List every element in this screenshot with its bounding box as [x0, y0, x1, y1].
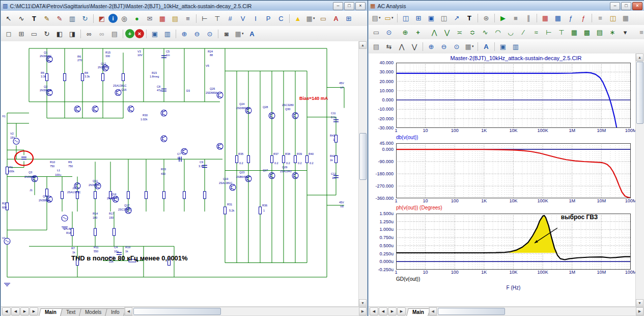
peak-icon[interactable]: ⋀ — [428, 26, 440, 38]
outline-icon[interactable]: ≡ — [182, 12, 194, 24]
tokens-icon[interactable]: ▩ — [581, 26, 593, 38]
global-low-icon[interactable]: ◡ — [505, 26, 517, 38]
zoom-out-plot-icon[interactable]: ⊖ — [438, 40, 450, 52]
zoom-out-icon[interactable]: ⊖ — [191, 28, 203, 40]
zoom-percent-icon[interactable]: ⊙ — [204, 28, 216, 40]
scroll-right-icon[interactable]: ▶ — [636, 307, 643, 315]
curve-label-gd[interactable]: GD(v(out)) — [396, 276, 420, 282]
zoom-in-icon[interactable]: ⊕ — [178, 28, 190, 40]
shapes-icon[interactable]: ▭ — [317, 12, 329, 24]
stepping-icon[interactable]: ƒ — [565, 12, 577, 24]
schematic-vscrollbar[interactable]: ▲ ▼ — [358, 41, 367, 307]
info-icon[interactable]: i — [108, 14, 118, 23]
windows-icon[interactable]: ◫ — [400, 12, 412, 24]
draw-pencil-icon[interactable]: ✎ — [41, 12, 53, 24]
ruler-icon[interactable]: ▤ — [594, 26, 606, 38]
add-part-icon[interactable]: + — [125, 29, 134, 38]
currents-icon[interactable]: I — [249, 12, 262, 24]
tab-main[interactable]: Main — [406, 308, 430, 316]
cursor-mode-icon[interactable]: + — [412, 26, 424, 38]
scope-probe-icon[interactable]: ◎ — [118, 12, 130, 24]
optimizer-icon[interactable]: ƒ — [577, 12, 590, 24]
curve-label-phase[interactable]: ph(v(out)) (Degrees) — [396, 205, 442, 210]
schematic-hscrollbar[interactable]: ◀ ▶ — [124, 307, 367, 316]
tab-text[interactable]: Text — [60, 308, 81, 316]
select-mode-icon[interactable]: ▭ — [370, 26, 382, 38]
hscroll-thumb[interactable] — [133, 308, 221, 315]
measure-horizontal-icon[interactable]: ⊢ — [199, 12, 211, 24]
last-page-icon[interactable]: ▶ — [30, 307, 38, 315]
pages-menu-icon[interactable]: ▾ — [619, 26, 631, 38]
scroll-left-icon[interactable]: ◀ — [125, 307, 132, 315]
paint-icon[interactable]: ◩ — [96, 12, 108, 24]
graph-select-icon[interactable]: ⊙ — [383, 26, 395, 38]
restore-button[interactable]: □ — [621, 2, 631, 10]
image-menu-icon[interactable]: ▦▾ — [233, 28, 245, 40]
first-page-icon[interactable]: ◀ — [370, 307, 378, 315]
repeat-icon[interactable]: ▤ — [108, 28, 121, 40]
vertical-tag-icon[interactable]: ⊤ — [555, 26, 568, 38]
clipboard-region-icon[interactable]: ◻ — [3, 28, 15, 40]
phase-plot[interactable] — [396, 143, 631, 198]
scroll-down-icon[interactable]: ▼ — [359, 299, 367, 307]
group-delay-plot[interactable]: выброс ГВЗ — [396, 214, 631, 270]
tangent-icon[interactable]: ≈ — [530, 26, 542, 38]
wire-mode-icon[interactable]: ∿ — [15, 12, 27, 24]
power-icon[interactable]: P — [262, 12, 274, 24]
last-page-icon[interactable]: ▶ — [397, 307, 406, 315]
paste-icon[interactable]: ▥ — [161, 28, 174, 40]
copy-graph-icon[interactable]: ▣ — [497, 40, 509, 52]
select-cursor-icon[interactable]: ↖ — [3, 12, 15, 24]
node-numbers-icon[interactable]: # — [224, 12, 236, 24]
magnitude-plot[interactable] — [396, 63, 631, 128]
high-icon[interactable]: ≍ — [454, 26, 466, 38]
hscroll-thumb[interactable] — [438, 308, 505, 315]
refresh-page-icon[interactable]: ↻ — [79, 12, 91, 24]
crop-icon[interactable]: ⊞ — [15, 28, 27, 40]
properties-icon[interactable]: ⊛ — [480, 12, 492, 24]
find-next-icon[interactable]: ∞ — [96, 28, 108, 40]
prev-page-icon[interactable]: ◀ — [11, 307, 20, 315]
font-icon[interactable]: A — [246, 28, 258, 40]
curve-label-db[interactable]: db(v(out)) — [396, 135, 418, 140]
erase-pencil-icon[interactable]: ✎ — [53, 12, 66, 24]
numeric-output-icon[interactable]: ≡ — [594, 12, 606, 24]
mail-icon[interactable]: ✉ — [144, 12, 156, 24]
trace-icon[interactable]: ↗ — [451, 12, 463, 24]
next-page-icon[interactable]: ▶ — [20, 307, 29, 315]
run-icon[interactable]: ▶ — [497, 12, 509, 24]
scroll-up-icon[interactable]: ▲ — [636, 54, 643, 61]
first-page-icon[interactable]: ◀ — [2, 307, 11, 315]
panel-icon[interactable]: ◫ — [438, 12, 450, 24]
web-icon[interactable]: ● — [131, 12, 143, 24]
valley-icon[interactable]: ⋁ — [441, 26, 453, 38]
slider-icon[interactable]: ⇆ — [383, 40, 395, 52]
watch-icon[interactable]: ◫ — [607, 12, 619, 24]
close-button[interactable]: × — [632, 2, 642, 10]
scroll-right-icon[interactable]: ▶ — [359, 307, 367, 315]
copy-page-icon[interactable]: ▥ — [510, 40, 522, 52]
delete-part-icon[interactable]: × — [135, 29, 144, 38]
tab-main[interactable]: Main — [39, 308, 63, 316]
measure-vertical-icon[interactable]: ⊤ — [211, 12, 223, 24]
properties-dialog-icon[interactable]: ▤ — [370, 40, 382, 52]
low-icon[interactable]: ≎ — [466, 26, 479, 38]
inflection-icon[interactable]: ∿ — [479, 26, 491, 38]
cascade-icon[interactable]: ▣ — [425, 12, 437, 24]
grid-icon[interactable]: ▦▾ — [304, 12, 317, 24]
next-peak-icon[interactable]: ⋀ — [396, 40, 408, 52]
tile-icon[interactable]: ⊞ — [412, 12, 425, 24]
analysis-hscrollbar[interactable]: ◀ ▶ — [429, 307, 644, 316]
find-icon[interactable]: ∞ — [83, 28, 95, 40]
grid-menu-icon[interactable]: ▦▾ — [463, 40, 475, 52]
scroll-up-icon[interactable]: ▲ — [359, 41, 367, 49]
analysis-vscrollbar[interactable]: ▲ ▼ — [635, 54, 644, 307]
node-voltages-icon[interactable]: V — [237, 12, 249, 24]
scale-mode-icon[interactable]: ⊕ — [399, 26, 411, 38]
schematic-titlebar[interactable]: ▥ C:\MC11\DATA\Petrov\Sagittarius\Master… — [1, 1, 367, 11]
tab-info[interactable]: Info — [105, 308, 126, 316]
data-points-icon[interactable]: ▦ — [568, 26, 580, 38]
font-color-icon[interactable]: A — [330, 12, 342, 24]
notes-icon[interactable]: ▤ — [169, 12, 181, 24]
limits-red-icon[interactable]: ▦ — [539, 12, 551, 24]
